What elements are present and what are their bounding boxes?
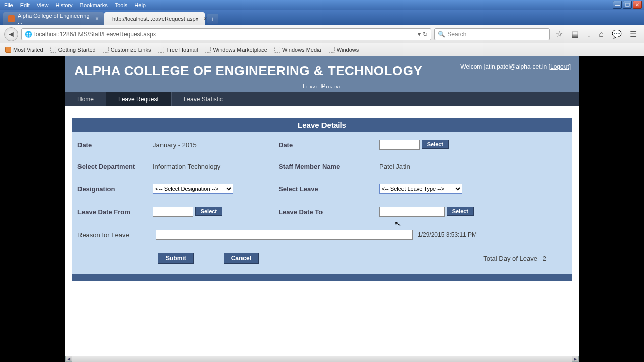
downloads-icon[interactable]: ↓ xyxy=(587,30,591,39)
bookmark-windows[interactable]: Windows xyxy=(329,47,359,53)
scroll-left-button[interactable]: ◀ xyxy=(65,356,72,362)
banner-subtitle: Leave Portal xyxy=(74,83,570,90)
maximize-button[interactable]: ❐ xyxy=(623,1,632,9)
bookmark-icon xyxy=(103,47,109,53)
menu-history[interactable]: History xyxy=(55,2,72,8)
welcome-text: Welcom jatin.patel@alpha-cet.in [Logout] xyxy=(460,63,571,70)
value-total-days: 2 xyxy=(543,255,546,262)
toolbar-icons: ☆ ▤ ↓ ⌂ 💬 ☰ xyxy=(553,29,640,39)
tab-leave-request[interactable]: http://localhost...eaveRequest.aspx × xyxy=(104,12,205,25)
url-text: localhost:1286/LMS/Staff/LeaveRequest.as… xyxy=(34,31,416,38)
close-window-button[interactable]: ✕ xyxy=(633,1,642,9)
page-viewport: ALPHA COLLEGE OF ENGINEERING & TECHNOLOG… xyxy=(0,56,644,356)
new-tab-button[interactable]: + xyxy=(207,14,218,24)
menu-icon[interactable]: ☰ xyxy=(630,29,637,39)
browser-toolbar: ◄ 🌐 localhost:1286/LMS/Staff/LeaveReques… xyxy=(0,25,644,43)
label-leave-from: Leave Date From xyxy=(77,208,153,216)
bookmark-star-icon[interactable]: ☆ xyxy=(556,29,563,39)
menu-help[interactable]: Help xyxy=(134,2,146,8)
designation-select[interactable]: <-- Select Designation --> xyxy=(153,184,233,194)
tab-alpha-college[interactable]: Alpha College of Engineering ... × xyxy=(3,12,104,25)
designation-cell: <-- Select Designation --> xyxy=(153,184,279,194)
label-department: Select Department xyxy=(77,163,153,170)
browser-menu-bar: File Edit View History Bookmarks Tools H… xyxy=(0,0,644,10)
menu-edit[interactable]: Edit xyxy=(20,2,30,8)
menu-file[interactable]: File xyxy=(4,2,13,8)
tab-close-icon[interactable]: × xyxy=(203,15,207,22)
content-area: Leave Details Date January - 2015 Date S… xyxy=(65,106,579,293)
nav-leave-statistic[interactable]: Leave Statistic xyxy=(172,92,235,106)
search-box[interactable]: 🔍 Search xyxy=(434,28,550,40)
leave-from-cell: Select xyxy=(153,207,279,217)
bookmark-label: Windows Marketplace xyxy=(213,47,267,53)
logout-link[interactable]: Logout xyxy=(550,63,569,70)
leave-to-input[interactable] xyxy=(379,207,445,217)
bookmark-label: Most Visited xyxy=(13,47,43,53)
reason-row: Reason for Leave 1/29/2015 3:53:11 PM xyxy=(77,230,567,240)
bookmark-label: Customize Links xyxy=(111,47,151,53)
nav-home[interactable]: Home xyxy=(65,92,106,106)
button-row: Submit Cancel Total Day of Leave 2 xyxy=(77,253,567,264)
leave-from-select-button[interactable]: Select xyxy=(195,207,222,216)
tab-label: http://localhost...eaveRequest.aspx xyxy=(112,16,198,22)
bookmark-label: Getting Started xyxy=(58,47,96,53)
reload-button[interactable]: ↻ xyxy=(423,31,428,38)
date-right-cell: Select xyxy=(379,140,510,150)
bookmark-icon xyxy=(50,47,56,53)
cancel-button[interactable]: Cancel xyxy=(224,253,259,264)
bookmark-most-visited[interactable]: Most Visited xyxy=(5,47,43,53)
bookmark-getting-started[interactable]: Getting Started xyxy=(50,47,96,53)
chat-icon[interactable]: 💬 xyxy=(612,29,622,39)
bookmark-icon xyxy=(5,47,11,53)
back-button[interactable]: ◄ xyxy=(4,27,18,41)
bookmark-label: Free Hotmail xyxy=(166,47,198,53)
label-staff-name: Staff Member Name xyxy=(279,163,379,170)
leave-type-select[interactable]: <-- Select Leave Type --> xyxy=(379,184,462,194)
horizontal-scrollbar[interactable]: ◀ ▶ xyxy=(65,356,579,362)
label-select-leave: Select Leave xyxy=(279,185,379,193)
bookmarks-toolbar: Most Visited Getting Started Customize L… xyxy=(0,43,644,56)
browser-tab-bar: Alpha College of Engineering ... × http:… xyxy=(0,10,644,25)
main-nav: Home Leave Request Leave Statistic xyxy=(65,92,579,106)
library-icon[interactable]: ▤ xyxy=(571,29,579,39)
value-department: Information Technology xyxy=(153,163,279,170)
panel-body: Date January - 2015 Date Select Select D… xyxy=(72,132,572,274)
menu-tools[interactable]: Tools xyxy=(115,2,128,8)
bookmark-free-hotmail[interactable]: Free Hotmail xyxy=(158,47,198,53)
bookmark-icon xyxy=(329,47,335,53)
panel-header: Leave Details xyxy=(72,118,572,132)
globe-icon: 🌐 xyxy=(25,31,32,38)
nav-leave-request[interactable]: Leave Request xyxy=(106,92,172,106)
window-controls: — ❐ ✕ xyxy=(613,1,642,9)
tab-close-icon[interactable]: × xyxy=(95,15,99,22)
tab-label: Alpha College of Engineering ... xyxy=(18,13,90,25)
form-grid: Date January - 2015 Date Select Select D… xyxy=(77,140,567,217)
leave-to-select-button[interactable]: Select xyxy=(447,207,474,216)
leave-to-cell: Select xyxy=(379,207,510,217)
minimize-button[interactable]: — xyxy=(613,1,622,9)
value-date-left: January - 2015 xyxy=(153,141,279,149)
dropdown-icon[interactable]: ▾ xyxy=(418,31,421,38)
submit-button[interactable]: Submit xyxy=(158,253,194,264)
menu-view[interactable]: View xyxy=(37,2,49,8)
label-date-right: Date xyxy=(279,141,379,149)
date-input[interactable] xyxy=(379,140,420,150)
bookmark-windows-media[interactable]: Windows Media xyxy=(274,47,321,53)
address-bar[interactable]: 🌐 localhost:1286/LMS/Staff/LeaveRequest.… xyxy=(21,28,431,40)
scroll-right-button[interactable]: ▶ xyxy=(572,356,579,362)
panel-footer xyxy=(72,274,572,281)
bookmark-customize-links[interactable]: Customize Links xyxy=(103,47,151,53)
date-select-button[interactable]: Select xyxy=(422,140,449,149)
label-total-days: Total Day of Leave xyxy=(483,255,537,262)
label-reason: Reason for Leave xyxy=(77,231,153,239)
welcome-prefix: Welcom xyxy=(460,63,484,70)
bookmark-icon xyxy=(205,47,211,53)
reason-input[interactable] xyxy=(156,230,413,240)
home-icon[interactable]: ⌂ xyxy=(599,30,604,39)
leave-from-input[interactable] xyxy=(153,207,193,217)
leave-type-cell: <-- Select Leave Type --> xyxy=(379,184,510,194)
total-day-row: Total Day of Leave 2 xyxy=(483,255,546,262)
timestamp: 1/29/2015 3:53:11 PM xyxy=(418,231,477,238)
menu-bookmarks[interactable]: Bookmarks xyxy=(80,2,108,8)
bookmark-windows-marketplace[interactable]: Windows Marketplace xyxy=(205,47,267,53)
